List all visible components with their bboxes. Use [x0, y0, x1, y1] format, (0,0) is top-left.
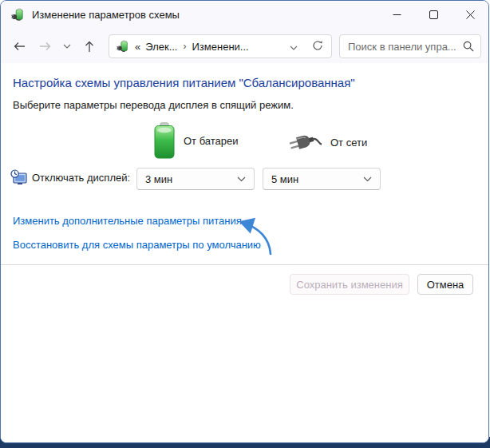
search-box — [339, 34, 481, 58]
window-title: Изменение параметров схемы — [32, 9, 180, 21]
cancel-button[interactable]: Отмена — [417, 274, 473, 295]
breadcrumb-item-power-options[interactable]: Элек... — [145, 41, 177, 53]
navigation-bar: « Элек... › Изменени... — [1, 29, 488, 63]
address-bar[interactable]: « Элек... › Изменени... — [109, 34, 332, 58]
refresh-button[interactable] — [306, 40, 326, 54]
power-options-icon — [11, 8, 25, 22]
maximize-icon — [429, 10, 438, 19]
close-icon — [466, 10, 475, 19]
turn-off-display-label: Отключать дисплей: — [32, 172, 130, 184]
chevron-down-icon — [63, 44, 71, 49]
chevron-down-icon — [237, 176, 246, 182]
refresh-icon — [312, 40, 323, 51]
plug-icon — [288, 130, 322, 154]
battery-icon — [154, 122, 175, 159]
plugged-in-column-header: От сети — [288, 130, 367, 154]
plugged-in-dropdown[interactable]: 5 мин — [263, 168, 381, 190]
turn-off-display-row: Отключать дисплей: — [10, 169, 130, 186]
up-button[interactable] — [79, 36, 100, 57]
minimize-button[interactable] — [378, 1, 415, 29]
chevron-down-icon — [363, 176, 372, 182]
search-icon[interactable] — [463, 41, 474, 52]
close-button[interactable] — [452, 1, 488, 29]
footer-divider — [1, 264, 489, 265]
power-options-icon — [117, 40, 129, 53]
breadcrumb-item-edit-plan[interactable]: Изменени... — [192, 41, 249, 53]
forward-button[interactable] — [34, 36, 55, 57]
recent-pages-button[interactable] — [60, 36, 74, 57]
change-advanced-settings-link[interactable]: Изменить дополнительные параметры питани… — [13, 215, 242, 227]
address-dropdown-button[interactable] — [282, 41, 306, 53]
plugged-in-label: От сети — [330, 137, 367, 149]
breadcrumb-separator: › — [184, 41, 187, 52]
chevron-down-icon — [290, 46, 298, 50]
forward-arrow-icon — [39, 42, 51, 51]
search-input[interactable] — [348, 41, 463, 53]
on-battery-column-header: От батареи — [154, 122, 239, 159]
maximize-button[interactable] — [415, 1, 452, 29]
save-changes-button[interactable]: Сохранить изменения — [290, 274, 409, 295]
restore-defaults-link[interactable]: Восстановить для схемы параметры по умол… — [13, 239, 261, 251]
on-battery-dropdown[interactable]: 3 мин — [136, 168, 255, 190]
window-controls — [378, 1, 488, 29]
minimize-icon — [393, 10, 401, 19]
up-arrow-icon — [85, 41, 94, 53]
breadcrumb-overflow[interactable]: « — [135, 41, 140, 53]
on-battery-label: От батареи — [184, 135, 239, 147]
display-clock-icon — [10, 169, 27, 186]
page-subtitle: Выберите параметры перевода дисплея в сп… — [13, 99, 294, 111]
edit-plan-settings-window: Изменение параметров схемы — [0, 0, 489, 443]
title-bar: Изменение параметров схемы — [1, 1, 488, 29]
page-title: Настройка схемы управления питанием "Сба… — [13, 76, 355, 89]
page-content: Настройка схемы управления питанием "Сба… — [1, 63, 488, 443]
back-button[interactable] — [9, 36, 30, 57]
plugged-in-dropdown-value: 5 мин — [271, 173, 298, 185]
back-arrow-icon — [14, 42, 26, 51]
on-battery-dropdown-value: 3 мин — [145, 173, 172, 185]
